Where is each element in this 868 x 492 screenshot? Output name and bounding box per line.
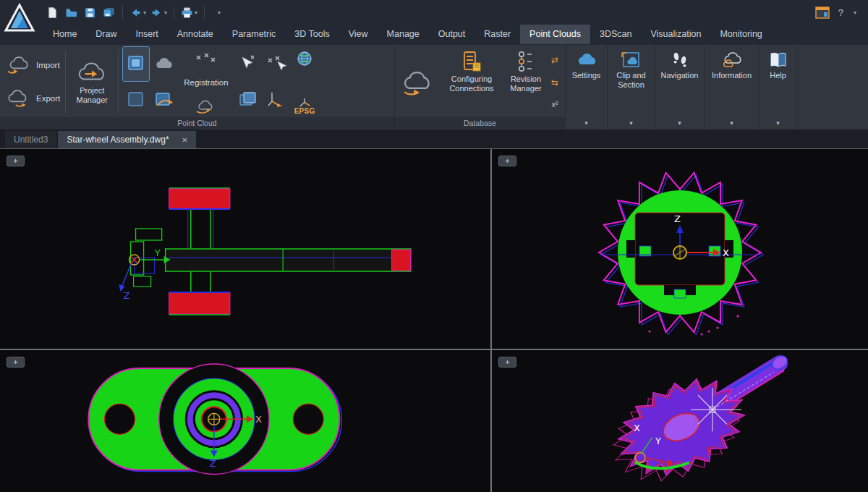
tab-draw[interactable]: Draw	[86, 25, 126, 44]
titlebar-right-controls: ? ▾	[815, 7, 868, 19]
tab-view[interactable]: View	[339, 25, 378, 44]
doc-tab-star-wheel-assembly[interactable]: Star-wheel Assembly.dwg* ×	[58, 131, 196, 148]
doc-tab-untitled3[interactable]: Untitled3	[5, 131, 56, 148]
coordinate-convert-button[interactable]	[263, 83, 289, 117]
database-cloud-button[interactable]	[397, 47, 441, 116]
cloud-filled-icon	[154, 54, 174, 73]
app-logo[interactable]	[4, 2, 35, 34]
revision-manager-button[interactable]: Revision Manager	[503, 47, 549, 116]
tab-raster[interactable]: Raster	[475, 25, 520, 44]
viewport-bottom-right[interactable]: +	[492, 350, 868, 492]
import-export-column: Import Export	[2, 47, 63, 116]
toolbar-separator	[174, 6, 174, 19]
information-button[interactable]: Information ▾	[705, 45, 760, 130]
new-file-button[interactable]	[43, 3, 61, 22]
viewport-controls-button[interactable]: +	[7, 357, 25, 368]
viewport-top-right[interactable]: + X	[492, 149, 868, 349]
ribbon-filler	[797, 45, 868, 130]
project-manager-button[interactable]: Project Manager	[68, 47, 116, 116]
panel-point-cloud-body: Import Export	[0, 45, 394, 117]
interface-settings-button[interactable]	[815, 7, 830, 19]
ribbon: Import Export	[0, 44, 868, 130]
db-script-button[interactable]: x²	[551, 101, 558, 109]
point-cloud-star-wheel-view: X Z	[492, 149, 868, 349]
clip-rectangle-button[interactable]	[123, 47, 149, 81]
clip-polygon-icon	[126, 90, 146, 109]
clip-and-section-dropdown-icon[interactable]: ▾	[629, 119, 633, 127]
help-button[interactable]: Help ▾	[760, 45, 797, 130]
toolbar-overflow-button[interactable]: ▾	[210, 3, 227, 22]
tab-visualization[interactable]: Visualization	[641, 25, 710, 44]
open-file-button[interactable]	[62, 3, 80, 22]
viewport-bottom-left[interactable]: + X Z	[0, 350, 490, 492]
panel-label-point-cloud[interactable]: Point Cloud	[0, 117, 394, 130]
app-logo-icon	[4, 2, 35, 34]
navigation-button[interactable]: Navigation ▾	[655, 45, 705, 130]
crop-cloud-button[interactable]	[151, 83, 177, 117]
viewport-controls-button[interactable]: +	[498, 357, 516, 368]
project-manager-icon	[75, 59, 109, 85]
tab-point-clouds[interactable]: Point Clouds	[520, 25, 590, 44]
section-planes-button[interactable]	[235, 83, 261, 117]
configuring-connections-button[interactable]: Configuring Connections	[441, 47, 503, 116]
viewport-controls-button[interactable]: +	[7, 156, 25, 166]
help-dropdown-icon[interactable]: ▾	[776, 119, 780, 127]
settings-dropdown-icon[interactable]: ▾	[584, 119, 588, 127]
forward-arrow-icon	[150, 7, 163, 19]
settings-cloud-icon	[576, 50, 597, 70]
help-menu-button[interactable]: ?	[838, 7, 843, 18]
forward-button[interactable]: ▾	[149, 3, 169, 22]
point-cloud-tools-grid	[121, 47, 179, 116]
back-button[interactable]: ▾	[128, 3, 148, 22]
navigation-dropdown-icon[interactable]: ▾	[678, 119, 681, 127]
select-points-button[interactable]	[235, 47, 261, 81]
point-cloud-flange-view: X Z	[0, 350, 490, 492]
doc-tab-label: Star-wheel Assembly.dwg*	[67, 135, 169, 145]
tab-3d-tools[interactable]: 3D Tools	[285, 25, 339, 44]
configuring-connections-icon	[460, 50, 483, 73]
database-mini-buttons: ⇄ ⇆ x²	[549, 47, 561, 116]
viewport-grid: +	[0, 149, 868, 492]
db-transfer-right-button[interactable]: ⇄	[551, 56, 558, 64]
clip-and-section-button[interactable]: Clip and Section ▾	[608, 45, 655, 130]
back-dropdown-icon[interactable]: ▾	[143, 9, 146, 16]
registration-points-icon	[194, 50, 218, 67]
help-book-icon	[767, 50, 789, 70]
save-icon	[84, 7, 96, 19]
clip-polygon-button[interactable]	[123, 83, 149, 117]
tab-home[interactable]: Home	[43, 25, 86, 44]
save-button[interactable]	[81, 3, 98, 22]
tab-insert[interactable]: Insert	[127, 25, 168, 44]
tab-manage[interactable]: Manage	[378, 25, 429, 44]
axis-label-x: X	[634, 423, 640, 433]
export-button[interactable]: Export	[5, 89, 60, 108]
clip-and-section-label: Clip and Section	[613, 71, 649, 90]
cloud-display-button[interactable]	[151, 47, 177, 81]
tab-output[interactable]: Output	[429, 25, 475, 44]
panel-label-database[interactable]: Database	[395, 117, 565, 130]
save-all-button[interactable]	[100, 3, 117, 22]
tab-3dscan[interactable]: 3DScan	[590, 25, 641, 44]
axis-label-z: Z	[124, 290, 130, 301]
overflow-dropdown-icon: ▾	[218, 9, 221, 16]
registration-label[interactable]: Registration	[184, 78, 228, 87]
settings-button[interactable]: Settings ▾	[566, 45, 608, 130]
tab-parametric[interactable]: Parametric	[223, 25, 285, 44]
import-button[interactable]: Import	[5, 56, 60, 75]
viewport-top-left[interactable]: +	[0, 149, 490, 349]
panel-point-cloud: Import Export	[0, 45, 395, 130]
print-dropdown-icon[interactable]: ▾	[195, 9, 197, 16]
doc-tab-close-icon[interactable]: ×	[182, 135, 188, 145]
save-all-icon	[103, 7, 115, 19]
tab-monitoring[interactable]: Monitoring	[710, 25, 771, 44]
help-dropdown-icon[interactable]: ▾	[854, 9, 856, 16]
information-dropdown-icon[interactable]: ▾	[730, 119, 733, 127]
forward-dropdown-icon[interactable]: ▾	[164, 9, 167, 16]
print-button[interactable]: ▾	[179, 3, 199, 22]
db-transfer-left-button[interactable]: ⇆	[551, 78, 558, 87]
fit-points-button[interactable]	[263, 47, 289, 81]
selection-tools-grid	[233, 47, 292, 116]
viewport-controls-button[interactable]: +	[498, 156, 516, 166]
epsg-button[interactable]: EPSG	[294, 98, 315, 115]
tab-annotate[interactable]: Annotate	[168, 25, 223, 44]
